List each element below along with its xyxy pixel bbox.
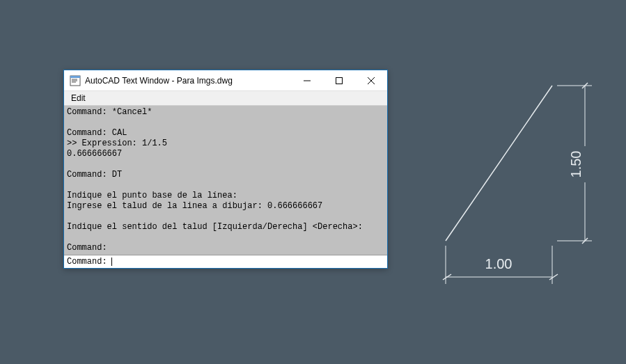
minimize-button[interactable] — [291, 70, 323, 91]
window-title: AutoCAD Text Window - Para Imgs.dwg — [85, 76, 291, 86]
titlebar[interactable]: AutoCAD Text Window - Para Imgs.dwg — [64, 70, 387, 91]
dim-v-value: 1.50 — [568, 151, 584, 178]
command-input[interactable] — [112, 257, 384, 267]
slope-line — [446, 86, 552, 241]
maximize-button[interactable] — [323, 70, 355, 91]
menubar: Edit — [64, 91, 387, 106]
svg-rect-1 — [70, 76, 80, 78]
svg-rect-6 — [336, 77, 343, 84]
dimension-vertical: 1.50 — [557, 83, 595, 244]
dimension-horizontal: 1.00 — [443, 246, 558, 284]
close-button[interactable] — [355, 70, 387, 91]
command-line[interactable]: Command: — [64, 255, 387, 268]
app-icon — [70, 75, 81, 86]
command-prompt-label: Command: — [67, 257, 107, 267]
command-history[interactable]: Command: *Cancel* Command: CAL >> Expres… — [64, 106, 387, 255]
dim-h-value: 1.00 — [485, 256, 512, 271]
cad-drawing: 1.00 1.50 — [432, 82, 599, 291]
menu-edit[interactable]: Edit — [68, 93, 88, 103]
autocad-text-window: AutoCAD Text Window - Para Imgs.dwg Edit… — [63, 70, 388, 269]
